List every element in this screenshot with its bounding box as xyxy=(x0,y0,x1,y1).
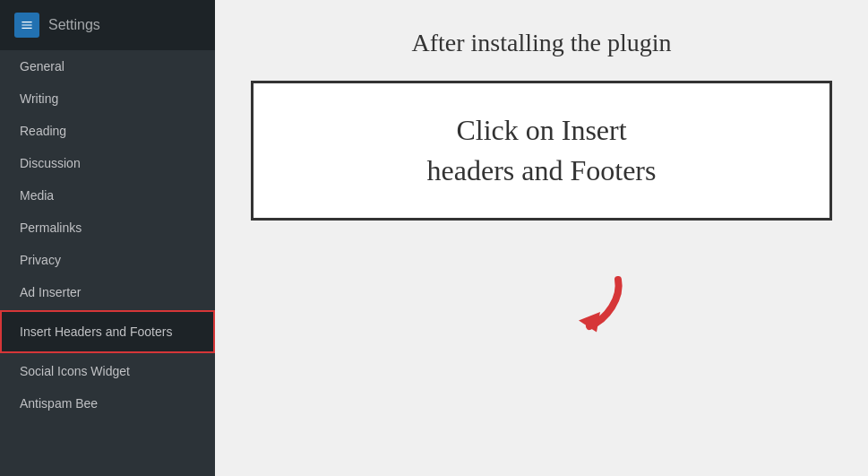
action-box: Click on Insert headers and Footers xyxy=(251,81,832,221)
content-area: After installing the plugin Click on Ins… xyxy=(215,0,868,476)
menu-item-insert-headers-footers[interactable]: Insert Headers and Footers xyxy=(0,310,215,353)
instruction-text: After installing the plugin xyxy=(251,27,832,59)
sidebar: Settings General Writing Reading Discuss… xyxy=(0,0,215,476)
action-line1: Click on Insert xyxy=(456,114,626,146)
menu-item-privacy[interactable]: Privacy xyxy=(0,244,215,276)
arrow-container xyxy=(564,269,636,341)
menu-item-ad-inserter[interactable]: Ad Inserter xyxy=(0,276,215,308)
menu-item-social-icons-widget[interactable]: Social Icons Widget xyxy=(0,355,215,387)
menu-area: General Writing Reading Discussion Media… xyxy=(0,50,215,476)
menu-item-media[interactable]: Media xyxy=(0,179,215,212)
menu-item-reading[interactable]: Reading xyxy=(0,115,215,147)
menu-item-antispam-bee[interactable]: Antispam Bee xyxy=(0,387,215,420)
menu-item-discussion[interactable]: Discussion xyxy=(0,147,215,179)
menu-item-writing[interactable]: Writing xyxy=(0,82,215,115)
sidebar-header: Settings xyxy=(0,0,215,50)
menu-item-general[interactable]: General xyxy=(0,50,215,82)
action-line2: headers and Footers xyxy=(427,154,657,186)
menu-item-permalinks[interactable]: Permalinks xyxy=(0,212,215,244)
arrow-icon xyxy=(564,269,636,341)
sidebar-title: Settings xyxy=(48,17,100,33)
settings-icon xyxy=(14,13,39,38)
action-box-text: Click on Insert headers and Footers xyxy=(271,110,812,191)
